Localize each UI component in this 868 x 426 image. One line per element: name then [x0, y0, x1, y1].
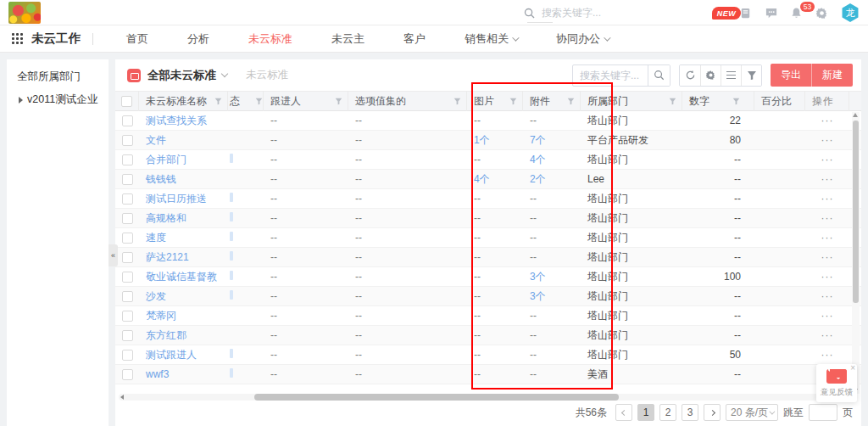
record-name-link[interactable]: 钱钱钱 [139, 172, 228, 187]
gear-icon[interactable] [815, 7, 828, 20]
row-checkbox[interactable] [122, 350, 133, 361]
filter-funnel-icon[interactable] [255, 98, 263, 105]
prev-page-button[interactable] [615, 404, 632, 421]
attachments-count-cell[interactable]: -- [523, 232, 581, 244]
attachments-count-cell[interactable]: -- [523, 368, 581, 380]
images-count-cell[interactable]: 1个 [467, 133, 523, 148]
table-row[interactable]: 测试查找关系 -- -- -- -- 塔山部门 22 ··· [115, 111, 861, 131]
column-header[interactable]: 附件 [523, 91, 581, 111]
table-row[interactable]: 萨达2121 -- -- -- -- 塔山部门 -- ··· [115, 248, 861, 267]
company-logo[interactable] [8, 2, 41, 24]
column-header[interactable]: 百分比 [754, 91, 805, 111]
attachments-count-cell[interactable]: 3个 [523, 289, 581, 304]
attachments-count-cell[interactable]: -- [523, 115, 581, 126]
nav-menu-item[interactable]: 协同办公 [537, 25, 628, 53]
attachments-count-cell[interactable]: -- [523, 329, 581, 341]
filter-funnel-icon[interactable] [509, 98, 517, 105]
images-count-cell[interactable]: 4个 [467, 172, 523, 187]
scroll-left-arrow[interactable] [120, 395, 124, 400]
row-actions-button[interactable]: ··· [805, 115, 849, 126]
attachments-count-cell[interactable]: -- [523, 212, 581, 224]
attachments-count-cell[interactable]: 3个 [523, 270, 581, 284]
jump-to-page-input[interactable] [809, 404, 837, 421]
row-actions-button[interactable]: ··· [805, 290, 849, 302]
row-actions-button[interactable]: ··· [805, 232, 849, 244]
column-header[interactable]: 操作 [805, 91, 849, 111]
table-row[interactable]: 东方红郡 -- -- -- -- 塔山部门 -- ··· [115, 326, 861, 345]
images-count-cell[interactable]: -- [467, 212, 523, 224]
images-count-cell[interactable]: -- [467, 349, 523, 361]
row-actions-button[interactable]: ··· [805, 134, 849, 146]
page-number-button[interactable]: 3 [682, 404, 698, 421]
filter-button[interactable] [741, 65, 761, 86]
create-button[interactable]: 新建 [811, 64, 853, 87]
row-actions-button[interactable]: ··· [805, 212, 849, 224]
row-actions-button[interactable]: ··· [805, 173, 849, 185]
global-search-input[interactable] [542, 7, 643, 19]
nav-menu-item[interactable]: 首页 [107, 25, 168, 53]
workspace-title[interactable]: 未云工作 [31, 31, 81, 47]
row-actions-button[interactable]: ··· [805, 154, 849, 165]
sidebar-tree-item[interactable]: v2011测试企业 [7, 84, 108, 107]
sidebar-collapse-handle[interactable]: « [108, 244, 118, 266]
column-header[interactable]: 数字 [682, 91, 754, 111]
attachments-count-cell[interactable]: 2个 [523, 172, 581, 187]
row-actions-button[interactable]: ··· [805, 251, 849, 263]
filter-funnel-icon[interactable] [669, 98, 676, 105]
chat-icon[interactable] [765, 7, 778, 20]
row-checkbox[interactable] [122, 272, 133, 283]
row-checkbox[interactable] [122, 213, 133, 224]
row-actions-button[interactable]: ··· [805, 193, 849, 205]
attachments-count-cell[interactable]: 4个 [523, 153, 581, 167]
images-count-cell[interactable]: -- [467, 232, 523, 244]
images-count-cell[interactable]: -- [467, 251, 523, 263]
row-checkbox[interactable] [122, 154, 133, 165]
row-checkbox[interactable] [122, 174, 133, 185]
row-checkbox[interactable] [122, 291, 133, 302]
row-actions-button[interactable]: ··· [805, 329, 849, 341]
filter-funnel-icon[interactable] [335, 98, 342, 105]
vertical-scrollbar-thumb[interactable] [853, 121, 859, 303]
row-checkbox[interactable] [122, 115, 133, 126]
column-header[interactable]: 选项值集的 [348, 91, 467, 111]
record-name-link[interactable]: 速度 [139, 231, 228, 245]
table-row[interactable]: 沙发 -- -- -- 3个 塔山部门 -- ··· [115, 287, 861, 306]
vertical-scrollbar[interactable] [852, 112, 860, 394]
column-header[interactable]: 所属部门 [581, 91, 682, 111]
attachments-count-cell[interactable]: -- [523, 310, 581, 322]
images-count-cell[interactable]: -- [467, 154, 523, 165]
record-name-link[interactable]: 测试跟进人 [139, 348, 228, 362]
row-checkbox[interactable] [122, 311, 133, 322]
filter-funnel-icon[interactable] [732, 98, 740, 105]
column-header[interactable]: 跟进人 [264, 91, 348, 111]
table-row[interactable]: 合并部门 -- -- -- 4个 塔山部门 -- ··· [115, 150, 861, 170]
table-row[interactable]: 文件 -- -- 1个 7个 平台产品研发 80 ··· [115, 131, 861, 150]
column-header[interactable]: 未云标准名称 [139, 91, 228, 111]
settings-button[interactable] [700, 65, 721, 86]
images-count-cell[interactable]: -- [467, 329, 523, 341]
images-count-cell[interactable]: -- [467, 193, 523, 205]
record-name-link[interactable]: 萨达2121 [139, 250, 228, 265]
record-name-link[interactable]: 东方红郡 [139, 328, 228, 343]
table-row[interactable]: 高规格和 -- -- -- -- 塔山部门 -- ··· [115, 209, 861, 228]
nav-menu-item[interactable]: 客户 [384, 25, 445, 53]
view-title-caret-icon[interactable] [221, 70, 228, 77]
columns-button[interactable] [721, 65, 741, 86]
export-button[interactable]: 导出 [771, 64, 811, 87]
attachments-count-cell[interactable]: -- [523, 193, 581, 205]
attachments-count-cell[interactable]: -- [523, 349, 581, 361]
search-icon[interactable] [524, 8, 535, 19]
next-page-button[interactable] [704, 404, 721, 421]
table-row[interactable]: 钱钱钱 -- -- 4个 2个 Lee -- ··· [115, 170, 861, 189]
table-row[interactable]: 敬业诚信基督教 -- -- -- 3个 塔山部门 100 ··· [115, 267, 861, 287]
images-count-cell[interactable]: -- [467, 368, 523, 380]
row-checkbox[interactable] [122, 193, 133, 205]
page-number-button[interactable]: 1 [637, 404, 654, 421]
record-name-link[interactable]: 梵蒂冈 [139, 309, 228, 323]
nav-menu-item[interactable]: 未云主 [312, 25, 384, 53]
attachments-count-cell[interactable]: -- [523, 251, 581, 263]
row-actions-button[interactable]: ··· [805, 310, 849, 322]
record-name-link[interactable]: wwf3 [139, 368, 228, 380]
close-icon[interactable]: × [850, 364, 855, 373]
column-header[interactable]: 图片 [467, 91, 523, 111]
